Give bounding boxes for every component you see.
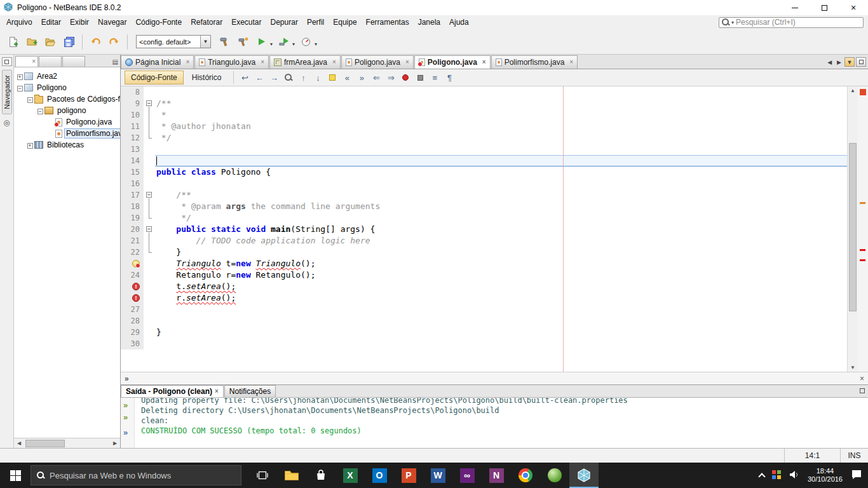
menu-executar[interactable]: Executar bbox=[227, 16, 266, 29]
menu-perfil[interactable]: Perfil bbox=[302, 16, 329, 29]
taskbar-clock[interactable]: 18:44 30/10/2016 bbox=[808, 467, 843, 484]
task-view-button[interactable] bbox=[248, 463, 277, 488]
clean-build-button[interactable] bbox=[234, 33, 252, 50]
quick-search-input[interactable]: ▾ Pesquisar (Ctrl+I) bbox=[719, 17, 864, 28]
error-stripe-mark[interactable] bbox=[860, 249, 865, 251]
close-button[interactable]: × bbox=[839, 0, 868, 15]
output-tab-saida[interactable]: Saída - Poligono (clean) × bbox=[121, 385, 224, 397]
netbeans-icon[interactable] bbox=[569, 463, 599, 488]
minimized-window-group-button[interactable] bbox=[2, 57, 12, 66]
tab-close-icon[interactable]: × bbox=[405, 59, 409, 65]
code-line[interactable]: 29} bbox=[121, 327, 847, 338]
profile-project-button[interactable] bbox=[297, 33, 315, 50]
tree-minus-handle-icon[interactable]: − bbox=[36, 106, 44, 115]
fold-collapse-icon[interactable]: − bbox=[146, 100, 152, 106]
code-line[interactable]: 12 */ bbox=[121, 132, 847, 144]
show-hidden-icons-icon[interactable] bbox=[758, 473, 765, 480]
tree-item-poligono[interactable]: −poligono bbox=[14, 105, 120, 116]
code-line[interactable]: 11 * @author jhonatan bbox=[121, 121, 847, 132]
action-center-icon[interactable] bbox=[850, 468, 863, 483]
code-line[interactable]: t.setArea(); bbox=[121, 281, 847, 292]
panel-tab-3[interactable] bbox=[62, 56, 85, 67]
output-expand-icon[interactable]: » bbox=[123, 428, 128, 437]
rerun-build-icon[interactable]: » bbox=[123, 401, 128, 409]
save-all-button[interactable] bbox=[60, 33, 78, 50]
new-project-button[interactable] bbox=[24, 33, 41, 50]
visual-studio-icon[interactable]: ∞ bbox=[452, 463, 482, 488]
menu-ajuda[interactable]: Ajuda bbox=[445, 16, 473, 29]
code-line[interactable]: 10 * bbox=[121, 109, 847, 121]
chrome-icon[interactable] bbox=[511, 463, 540, 488]
tree-item-polimorfismo-java[interactable]: Polimorfismo.java bbox=[14, 128, 120, 139]
code-line[interactable]: 19 */ bbox=[121, 212, 847, 224]
config-combobox[interactable]: <config. default> ▼ bbox=[136, 35, 211, 48]
menu-depurar[interactable]: Depurar bbox=[266, 16, 302, 29]
build-project-button[interactable] bbox=[216, 33, 233, 50]
tree-plus-handle-icon[interactable]: + bbox=[25, 140, 34, 149]
code-editor[interactable]: 89−/**10 *11 * @author jhonatan12 */1314… bbox=[121, 86, 847, 372]
scrollbar-thumb[interactable] bbox=[849, 143, 857, 311]
fold-start[interactable]: − bbox=[144, 224, 155, 235]
green-app-icon[interactable] bbox=[540, 463, 569, 488]
scroll-down-icon[interactable]: ▼ bbox=[848, 365, 858, 370]
tree-item-poligono-java[interactable]: Poligono.java bbox=[14, 116, 120, 128]
previous-bookmark-icon[interactable]: « bbox=[342, 72, 352, 83]
menu-refatorar[interactable]: Refatorar bbox=[186, 16, 227, 29]
output-tab-notificacoes[interactable]: Notificações bbox=[224, 385, 276, 397]
find-next-icon[interactable]: ↓ bbox=[313, 72, 323, 83]
code-line[interactable]: 24 Retangulo r=new Retangulo(); bbox=[121, 269, 847, 281]
tab-triangulo-java[interactable]: Triangulo.java× bbox=[194, 55, 269, 69]
run-dropdown-icon[interactable]: ▾ bbox=[270, 41, 273, 47]
menu-editar[interactable]: Editar bbox=[37, 16, 65, 29]
menu-ferramentas[interactable]: Ferramentas bbox=[362, 16, 414, 29]
warning-badge-icon[interactable] bbox=[132, 260, 140, 268]
next-bookmark-icon[interactable]: » bbox=[356, 72, 367, 83]
find-selection-icon[interactable] bbox=[283, 72, 294, 83]
code-line[interactable]: 20− public static void main(String[] arg… bbox=[121, 224, 847, 235]
error-badge-icon[interactable] bbox=[132, 283, 140, 290]
scrollbar-thumb[interactable] bbox=[25, 440, 65, 447]
tab-poligono-java[interactable]: Poligono.java× bbox=[414, 55, 491, 69]
menu-exibir[interactable]: Exibir bbox=[65, 16, 93, 29]
tab-close-icon[interactable]: × bbox=[332, 59, 336, 65]
maximize-button[interactable] bbox=[810, 0, 839, 15]
tab-poligono-java[interactable]: Poligono.java× bbox=[341, 55, 414, 69]
volume-icon[interactable] bbox=[789, 470, 800, 482]
powerpoint-icon[interactable]: P bbox=[394, 463, 423, 488]
tree-minus-handle-icon[interactable]: − bbox=[15, 83, 24, 92]
menu-navegar[interactable]: Navegar bbox=[93, 16, 131, 29]
last-edited-icon[interactable]: ↩ bbox=[240, 72, 250, 83]
code-line[interactable]: 18 * @param args the command line argume… bbox=[121, 201, 847, 212]
forward-icon[interactable]: → bbox=[269, 72, 279, 83]
scroll-up-icon[interactable]: ▲ bbox=[848, 88, 858, 93]
code-line[interactable]: 17− /** bbox=[121, 189, 847, 201]
new-file-button[interactable] bbox=[5, 33, 22, 50]
menu-arquivo[interactable]: Arquivo bbox=[2, 16, 37, 29]
scroll-tabs-left-button[interactable]: ◀ bbox=[825, 58, 834, 66]
code-line[interactable]: 28 bbox=[121, 315, 847, 327]
start-button[interactable] bbox=[0, 463, 31, 488]
code-line[interactable]: 13 bbox=[121, 144, 847, 155]
expand-box-icon[interactable]: + bbox=[27, 143, 33, 149]
tree-item-poligono[interactable]: −Poligono bbox=[14, 82, 120, 93]
toggle-highlight-icon[interactable] bbox=[327, 72, 337, 83]
outlook-icon[interactable]: O bbox=[365, 463, 394, 488]
panel-menu-icon[interactable]: ▤ bbox=[112, 58, 118, 65]
tab-close-icon[interactable]: × bbox=[186, 59, 189, 65]
expand-box-icon[interactable]: − bbox=[37, 109, 43, 114]
tree-item-bibliotecas[interactable]: +Bibliotecas bbox=[14, 139, 120, 151]
tab-frmarea-java[interactable]: frmArea.java× bbox=[269, 55, 341, 69]
rerun-with-options-icon[interactable]: » bbox=[123, 413, 128, 421]
tray-app-icon[interactable] bbox=[772, 470, 781, 481]
tree-item-pacotes-de-codigos-fonte[interactable]: −Pacotes de Códigos-fonte bbox=[14, 93, 120, 105]
debug-dropdown-icon[interactable]: ▾ bbox=[292, 41, 295, 47]
stop-macro-icon[interactable] bbox=[415, 72, 425, 83]
fold-start[interactable]: − bbox=[144, 189, 155, 201]
maximize-output-icon[interactable] bbox=[860, 386, 865, 395]
editor-vertical-scrollbar[interactable]: ▲ ▼ bbox=[847, 86, 858, 372]
tree-item-area2[interactable]: +Area2 bbox=[14, 71, 120, 82]
code-line[interactable]: 9−/** bbox=[121, 98, 847, 109]
expand-box-icon[interactable]: + bbox=[17, 74, 23, 80]
tab-close-icon[interactable]: × bbox=[569, 59, 573, 65]
shift-right-icon[interactable]: ⇒ bbox=[386, 72, 396, 83]
